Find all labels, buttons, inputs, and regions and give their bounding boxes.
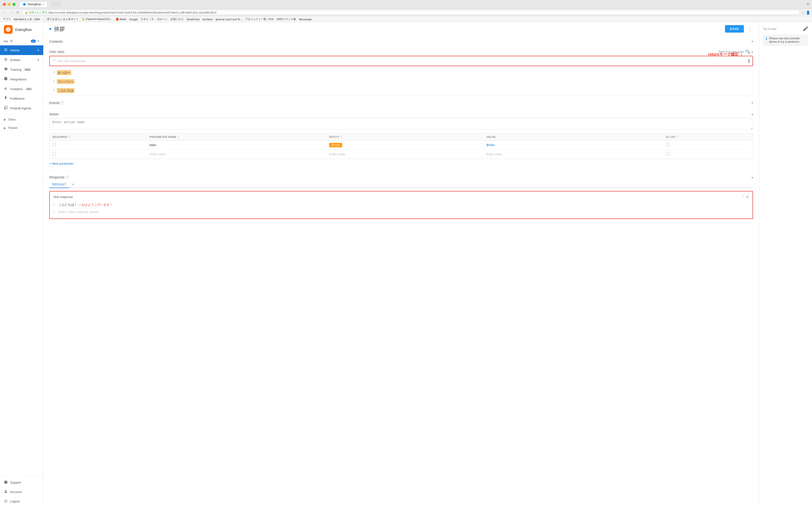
sidebar-item-prebuilt-agents[interactable]: Prebuilt Agents	[0, 103, 43, 113]
entity-help-icon[interactable]: ?	[341, 136, 342, 138]
url-bar[interactable]: 🔒 保護された通信 https://console.dialogflow.com…	[22, 10, 800, 15]
sidebar-item-forum[interactable]: ▶ Forum	[0, 124, 43, 132]
response-tab-default[interactable]: DEFAULT	[49, 181, 69, 188]
bookmark-star[interactable]: ☆	[801, 11, 805, 14]
response-title-text: Response	[49, 175, 64, 179]
bookmark-tigergate[interactable]: tigergateまとめ - Qiita	[13, 17, 41, 21]
try-it-now-title: Try it now	[763, 27, 776, 31]
action-section-header: Action ▴	[49, 110, 753, 118]
bookmark-project[interactable]: プロジェクト一覧 - Prot	[244, 17, 274, 21]
expression-text-2[interactable]: コンバンハ	[57, 79, 74, 84]
browser-tab[interactable]: 🔷 Dialogflow ✕	[19, 1, 47, 7]
analytics-icon	[4, 87, 8, 91]
profile-icon[interactable]: 👤	[806, 11, 810, 14]
bookmark-apps[interactable]: アプリ	[2, 17, 12, 21]
bookmark-garoon[interactable]: ガルーン	[156, 17, 168, 21]
value-placeholder-2[interactable]: Enter value	[486, 152, 502, 156]
sidebar-item-intents[interactable]: Intents +	[0, 45, 43, 55]
response-text-1[interactable]: こんにちは！ →おはようございます！	[58, 203, 113, 207]
line-number-1: 1	[53, 203, 56, 207]
is-list-column-header: IS LIST ?	[663, 133, 753, 140]
user-says-chevron-up-icon[interactable]: ▴	[752, 50, 753, 53]
forward-button[interactable]: →	[9, 10, 14, 15]
param-name-placeholder-2[interactable]: Enter name	[150, 152, 166, 156]
sidebar-item-account[interactable]: Account	[0, 487, 43, 497]
events-help-icon[interactable]: ?	[61, 101, 64, 105]
response-section-header: Response ? ▴	[49, 173, 753, 181]
is-list-checkbox-2[interactable]	[666, 152, 669, 156]
sidebar-item-analytics[interactable]: Analytics new	[0, 84, 43, 94]
bookmark-sites[interactable]: 📄 見ておきたいまとめサイト	[42, 17, 80, 21]
mac-minimize-button[interactable]	[8, 3, 11, 6]
sidebar-item-docs[interactable]: ▶ Docs	[0, 115, 43, 124]
mac-maximize-button[interactable]	[12, 3, 15, 6]
response-help-icon[interactable]: ?	[65, 175, 69, 179]
contexts-section-header[interactable]: Contexts ▾	[49, 36, 753, 45]
bookmark-general[interactable]: general | tech surf Sl...	[215, 18, 243, 21]
bookmark-google[interactable]: Google	[128, 18, 139, 21]
sidebar-item-fulfillment[interactable]: Fulfillment	[0, 94, 43, 103]
more-options-button[interactable]: ⋮	[747, 25, 753, 33]
required-help-icon[interactable]: ?	[69, 136, 70, 138]
try-it-now-panel: Try it now 🎤 ℹ Please use test console a…	[759, 22, 812, 507]
add-intent-button[interactable]: +	[37, 48, 39, 52]
response-section: Response ? ▴ DEFAULT + Text response ?	[49, 171, 753, 219]
sidebar-item-support[interactable]: Support	[0, 478, 43, 487]
text-response-delete-icon[interactable]: 🗑	[746, 195, 749, 199]
tab-close-button[interactable]: ✕	[42, 3, 44, 6]
entity-placeholder-2[interactable]: Enter entity	[329, 152, 345, 156]
expression-text-3[interactable]: こんにちは	[57, 88, 74, 93]
bookmark-messenger[interactable]: Messenger	[298, 18, 313, 21]
response-placeholder-2[interactable]: Enter a text response variant	[58, 210, 99, 214]
sidebar-item-entities[interactable]: Entities +	[0, 55, 43, 65]
entity-badge-1[interactable]: @hello	[329, 143, 342, 147]
required-checkbox-1[interactable]	[52, 143, 56, 146]
settings-icon[interactable]: ⚙	[10, 39, 13, 43]
line-number-2: 2	[53, 210, 56, 214]
sidebar-item-integrations[interactable]: Integrations	[0, 74, 43, 84]
bookmark-favorites[interactable]: お気に入り	[169, 17, 185, 21]
microphone-icon[interactable]: 🎤	[803, 26, 808, 32]
entities-icon	[4, 57, 8, 62]
action-name-input[interactable]	[49, 118, 753, 130]
response-tabs: DEFAULT +	[49, 181, 753, 188]
text-cursor	[749, 59, 749, 63]
try-hint-text: Please use test console above to try a s…	[769, 37, 805, 44]
expressions-list: ❝ おっはー ❝ コンバンハ ❝ こんにちは	[49, 68, 753, 95]
bookmark-python[interactable]: 🐍 Python3+OpenCV3+...	[81, 18, 114, 21]
bookmark-newspicks[interactable]: NewsPicks	[186, 18, 201, 21]
required-checkbox-2[interactable]	[52, 152, 56, 156]
bookmark-unix[interactable]: UNIXコマンド集	[275, 17, 297, 21]
params-table-body: hello @hello $hello Enter name Enter ent…	[50, 140, 753, 159]
prebuilt-agents-label: Prebuilt Agents	[10, 107, 31, 110]
bookmark-obc[interactable]: ＯＢＣｉＤ	[140, 17, 155, 21]
is-list-help-icon[interactable]: ?	[677, 136, 679, 138]
add-response-tab-button[interactable]: +	[70, 181, 76, 187]
mac-titlebar: 🔷 Dialogflow ✕ ≡	[0, 0, 812, 9]
bookmark-techfeed[interactable]: techfeed	[202, 18, 214, 21]
text-response-help-icon[interactable]: ?	[742, 195, 744, 199]
sidebar-item-logout[interactable]: Logout	[0, 497, 43, 506]
mac-close-button[interactable]	[3, 3, 6, 6]
save-button[interactable]: SAVE	[725, 25, 744, 33]
bookmark-apple[interactable]: 🍎 Apple	[114, 18, 128, 21]
events-title-text: Events	[49, 101, 60, 105]
search-icon[interactable]: 🔍	[745, 49, 750, 54]
new-parameter-button[interactable]: + New parameter	[49, 161, 73, 166]
param-name-help-icon[interactable]: ?	[178, 136, 180, 138]
add-entity-button[interactable]: +	[37, 58, 39, 62]
expression-row-1: ❝ おっはー	[50, 68, 753, 77]
account-label: Account	[10, 490, 21, 494]
down-arrow-icon: ↓	[740, 51, 743, 58]
user-expression-input[interactable]: ❝ Add user expression	[49, 56, 753, 66]
try-it-now-hint: ℹ Please use test console above to try a…	[763, 34, 808, 46]
add-language-button[interactable]: +	[37, 39, 39, 43]
value-cell-1[interactable]: $hello	[486, 143, 495, 147]
logout-label: Logout	[10, 500, 20, 503]
refresh-button[interactable]: ↻	[15, 10, 20, 15]
new-tab-area[interactable]	[51, 2, 61, 7]
back-button[interactable]: ←	[2, 10, 7, 15]
is-list-checkbox-1[interactable]	[666, 143, 669, 146]
sidebar-item-training[interactable]: Training beta	[0, 65, 43, 74]
expression-text-1[interactable]: おっはー	[57, 70, 71, 75]
